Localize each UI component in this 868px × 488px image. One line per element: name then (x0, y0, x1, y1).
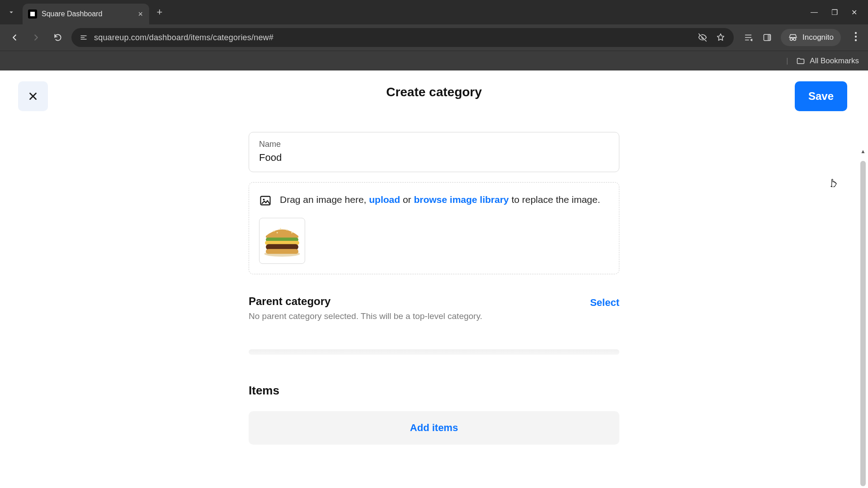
parent-category-section: Parent category No parent category selec… (249, 295, 619, 321)
nav-forward-button[interactable] (28, 29, 44, 46)
url-bar[interactable]: squareup.com/dashboard/items/categories/… (71, 28, 734, 47)
burger-image (261, 225, 303, 257)
browse-library-link[interactable]: browse image library (414, 194, 509, 205)
form-content: Name Drag an image here, upload or brows… (249, 132, 619, 445)
svg-rect-1 (768, 34, 771, 40)
titlebar: Square Dashboard × + — ❐ ✕ (0, 0, 868, 24)
tab-favicon (28, 9, 37, 19)
name-field[interactable]: Name (249, 132, 619, 172)
close-icon (27, 90, 39, 102)
tab-search-dropdown[interactable] (0, 0, 23, 24)
parent-category-subtitle: No parent category selected. This will b… (249, 311, 590, 321)
svg-point-10 (286, 229, 288, 230)
window-close-icon[interactable]: ✕ (851, 8, 857, 17)
close-button[interactable] (18, 81, 48, 111)
nav-reload-button[interactable] (50, 29, 66, 46)
nav-back-button[interactable] (6, 29, 23, 46)
name-label: Name (259, 140, 609, 149)
browser-tab[interactable]: Square Dashboard × (23, 4, 149, 24)
svg-point-11 (291, 232, 292, 234)
svg-rect-16 (266, 249, 298, 254)
folder-icon (796, 56, 805, 66)
svg-point-3 (855, 36, 857, 38)
tab-title: Square Dashboard (42, 10, 133, 18)
bookmarks-separator: | (786, 57, 788, 65)
svg-rect-15 (266, 244, 298, 250)
save-button[interactable]: Save (795, 81, 847, 111)
svg-point-8 (274, 230, 275, 232)
eye-off-icon[interactable] (698, 33, 708, 42)
side-panel-icon[interactable] (763, 33, 772, 42)
name-input[interactable] (259, 152, 609, 164)
site-settings-icon[interactable] (80, 33, 88, 42)
page: Create category Save Name Drag an image … (0, 70, 868, 488)
add-items-button[interactable]: Add items (249, 411, 619, 445)
new-tab-button[interactable]: + (149, 0, 170, 24)
media-control-icon[interactable] (744, 33, 754, 42)
incognito-indicator[interactable]: Incognito (781, 29, 841, 46)
image-thumbnail[interactable] (259, 218, 305, 264)
items-heading: Items (249, 384, 619, 398)
dropzone-suffix: to replace the image. (509, 194, 600, 205)
browser-toolbar: squareup.com/dashboard/items/categories/… (0, 24, 868, 51)
dropzone-text: Drag an image here, upload or browse ima… (280, 192, 600, 207)
bookmarks-bar: | All Bookmarks (0, 51, 868, 70)
window-controls: — ❐ ✕ (800, 0, 868, 24)
all-bookmarks-label: All Bookmarks (810, 56, 859, 66)
image-icon (259, 194, 272, 209)
window-maximize-icon[interactable]: ❐ (831, 8, 838, 17)
section-divider (249, 349, 619, 355)
svg-point-2 (855, 32, 857, 34)
bookmark-star-icon[interactable] (716, 33, 726, 42)
incognito-icon (788, 33, 798, 42)
scroll-up-arrow[interactable]: ▲ (859, 147, 867, 155)
svg-point-4 (855, 39, 857, 41)
parent-category-title: Parent category (249, 295, 590, 308)
page-scroll[interactable]: Create category Save Name Drag an image … (0, 70, 868, 488)
svg-point-6 (263, 199, 265, 201)
page-header: Create category Save (0, 70, 868, 114)
incognito-label: Incognito (802, 33, 834, 42)
url-text: squareup.com/dashboard/items/categories/… (94, 33, 274, 42)
page-title: Create category (386, 85, 482, 99)
dropzone-prefix: Drag an image here, (280, 194, 369, 205)
scroll-thumb[interactable] (860, 161, 866, 486)
svg-point-12 (277, 232, 278, 234)
browser-window: Square Dashboard × + — ❐ ✕ squareup.com/… (0, 0, 868, 488)
chrome-menu-icon[interactable] (850, 32, 862, 43)
window-minimize-icon[interactable]: — (811, 8, 818, 16)
svg-point-9 (280, 228, 281, 230)
all-bookmarks-button[interactable]: All Bookmarks (796, 56, 859, 66)
tab-close-icon[interactable]: × (138, 10, 143, 18)
upload-link[interactable]: upload (369, 194, 400, 205)
vertical-scrollbar[interactable]: ▲ (859, 147, 867, 483)
dropzone-mid1: or (400, 194, 414, 205)
parent-select-button[interactable]: Select (590, 297, 619, 309)
image-dropzone[interactable]: Drag an image here, upload or browse ima… (249, 182, 619, 274)
